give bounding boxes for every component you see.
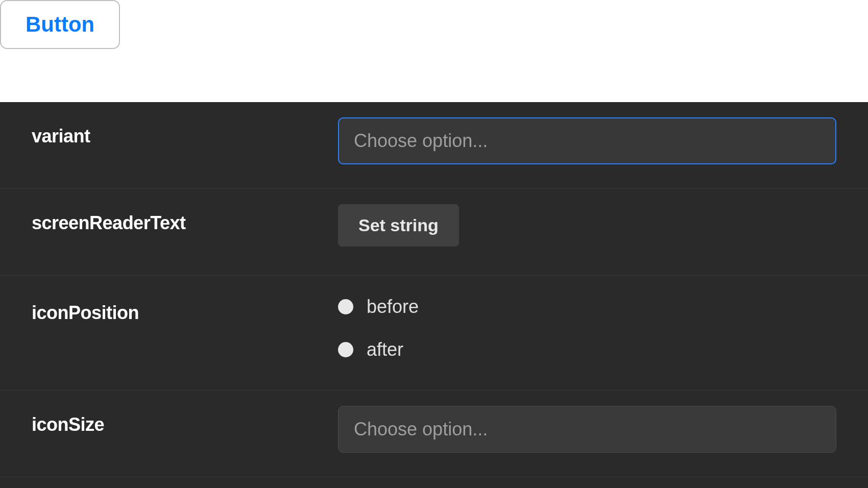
control-row-iconposition: iconPosition before after: [0, 276, 868, 391]
iconsize-label: iconSize: [32, 406, 338, 435]
variant-label: variant: [32, 117, 338, 147]
preview-button[interactable]: Button: [0, 0, 120, 49]
radio-icon: [338, 342, 353, 357]
radio-option-after[interactable]: after: [338, 339, 836, 360]
component-preview-area: Button: [0, 0, 868, 102]
radio-icon: [338, 299, 353, 314]
set-string-button[interactable]: Set string: [338, 204, 459, 247]
variant-select[interactable]: Choose option...: [338, 117, 836, 164]
radio-label-before: before: [367, 296, 419, 318]
control-row-variant: variant Choose option...: [0, 102, 868, 189]
control-row-screenreadertext: screenReaderText Set string: [0, 189, 868, 276]
screenreadertext-label: screenReaderText: [32, 204, 338, 234]
radio-label-after: after: [367, 339, 403, 360]
iconposition-label: iconPosition: [32, 294, 338, 324]
control-row-iconsize: iconSize Choose option...: [0, 391, 868, 477]
controls-panel: variant Choose option... screenReaderTex…: [0, 102, 868, 477]
iconposition-radio-group: before after: [338, 294, 836, 360]
iconsize-select[interactable]: Choose option...: [338, 406, 836, 453]
radio-option-before[interactable]: before: [338, 296, 836, 318]
